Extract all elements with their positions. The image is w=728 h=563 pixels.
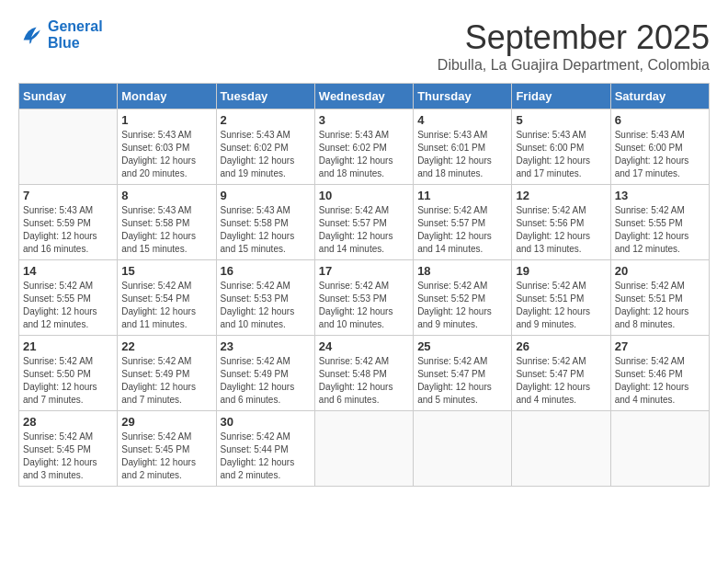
calendar-cell: 8Sunrise: 5:43 AMSunset: 5:58 PMDaylight… bbox=[118, 185, 216, 260]
day-number: 14 bbox=[23, 264, 113, 278]
calendar-cell bbox=[314, 411, 413, 487]
logo-text: General Blue bbox=[48, 18, 103, 52]
day-info: Sunrise: 5:43 AMSunset: 5:58 PMDaylight:… bbox=[221, 204, 311, 256]
day-number: 16 bbox=[221, 264, 311, 278]
calendar-cell: 2Sunrise: 5:43 AMSunset: 6:02 PMDaylight… bbox=[216, 109, 314, 185]
calendar-cell bbox=[19, 109, 118, 185]
day-info: Sunrise: 5:42 AMSunset: 5:45 PMDaylight:… bbox=[121, 431, 211, 482]
calendar-cell: 11Sunrise: 5:42 AMSunset: 5:57 PMDayligh… bbox=[414, 185, 512, 260]
weekday-header: Sunday bbox=[19, 84, 118, 109]
day-number: 8 bbox=[121, 189, 211, 202]
calendar-cell: 27Sunrise: 5:42 AMSunset: 5:46 PMDayligh… bbox=[610, 336, 709, 411]
day-number: 7 bbox=[23, 189, 113, 202]
day-info: Sunrise: 5:42 AMSunset: 5:54 PMDaylight:… bbox=[121, 280, 211, 331]
day-info: Sunrise: 5:42 AMSunset: 5:46 PMDaylight:… bbox=[615, 355, 705, 407]
day-number: 18 bbox=[417, 264, 507, 278]
day-number: 22 bbox=[121, 339, 211, 353]
calendar-cell: 21Sunrise: 5:42 AMSunset: 5:50 PMDayligh… bbox=[19, 336, 118, 411]
day-number: 29 bbox=[121, 415, 211, 429]
weekday-header: Wednesday bbox=[314, 84, 413, 109]
calendar-cell: 7Sunrise: 5:43 AMSunset: 5:59 PMDaylight… bbox=[19, 185, 118, 260]
weekday-header: Monday bbox=[118, 84, 216, 109]
calendar-cell: 23Sunrise: 5:42 AMSunset: 5:49 PMDayligh… bbox=[216, 336, 314, 411]
calendar-cell bbox=[610, 411, 709, 487]
calendar-cell: 16Sunrise: 5:42 AMSunset: 5:53 PMDayligh… bbox=[216, 260, 314, 336]
calendar-cell: 3Sunrise: 5:43 AMSunset: 6:02 PMDaylight… bbox=[314, 109, 413, 185]
calendar-cell: 25Sunrise: 5:42 AMSunset: 5:47 PMDayligh… bbox=[414, 336, 512, 411]
calendar-week-row: 7Sunrise: 5:43 AMSunset: 5:59 PMDaylight… bbox=[19, 185, 710, 260]
day-info: Sunrise: 5:42 AMSunset: 5:56 PMDaylight:… bbox=[516, 204, 606, 256]
calendar-table: SundayMondayTuesdayWednesdayThursdayFrid… bbox=[18, 83, 710, 487]
calendar-cell: 30Sunrise: 5:42 AMSunset: 5:44 PMDayligh… bbox=[216, 411, 314, 487]
day-info: Sunrise: 5:43 AMSunset: 5:59 PMDaylight:… bbox=[23, 204, 113, 256]
day-info: Sunrise: 5:42 AMSunset: 5:51 PMDaylight:… bbox=[516, 280, 606, 331]
day-number: 19 bbox=[516, 264, 606, 278]
day-number: 21 bbox=[23, 339, 113, 353]
month-title: September 2025 bbox=[438, 18, 710, 57]
day-number: 23 bbox=[221, 339, 311, 353]
day-number: 27 bbox=[615, 339, 705, 353]
calendar-cell: 1Sunrise: 5:43 AMSunset: 6:03 PMDaylight… bbox=[118, 109, 216, 185]
title-section: September 2025 Dibulla, La Guajira Depar… bbox=[438, 18, 710, 74]
calendar-cell: 13Sunrise: 5:42 AMSunset: 5:55 PMDayligh… bbox=[610, 185, 709, 260]
day-info: Sunrise: 5:42 AMSunset: 5:49 PMDaylight:… bbox=[121, 355, 211, 407]
day-number: 26 bbox=[516, 339, 606, 353]
day-number: 28 bbox=[23, 415, 113, 429]
day-number: 5 bbox=[516, 113, 606, 127]
day-info: Sunrise: 5:43 AMSunset: 6:02 PMDaylight:… bbox=[319, 129, 409, 180]
day-number: 15 bbox=[121, 264, 211, 278]
calendar-week-row: 1Sunrise: 5:43 AMSunset: 6:03 PMDaylight… bbox=[19, 109, 710, 185]
calendar-week-row: 28Sunrise: 5:42 AMSunset: 5:45 PMDayligh… bbox=[19, 411, 710, 487]
day-info: Sunrise: 5:42 AMSunset: 5:57 PMDaylight:… bbox=[319, 204, 409, 256]
calendar-cell: 9Sunrise: 5:43 AMSunset: 5:58 PMDaylight… bbox=[216, 185, 314, 260]
calendar-cell: 29Sunrise: 5:42 AMSunset: 5:45 PMDayligh… bbox=[118, 411, 216, 487]
day-info: Sunrise: 5:42 AMSunset: 5:48 PMDaylight:… bbox=[319, 355, 409, 407]
day-number: 20 bbox=[615, 264, 705, 278]
day-number: 6 bbox=[615, 113, 705, 127]
weekday-header: Thursday bbox=[414, 84, 512, 109]
day-number: 25 bbox=[417, 339, 507, 353]
weekday-header: Saturday bbox=[610, 84, 709, 109]
calendar-week-row: 21Sunrise: 5:42 AMSunset: 5:50 PMDayligh… bbox=[19, 336, 710, 411]
calendar-week-row: 14Sunrise: 5:42 AMSunset: 5:55 PMDayligh… bbox=[19, 260, 710, 336]
logo-icon bbox=[18, 22, 44, 48]
calendar-cell: 17Sunrise: 5:42 AMSunset: 5:53 PMDayligh… bbox=[314, 260, 413, 336]
day-number: 4 bbox=[417, 113, 507, 127]
calendar-cell: 22Sunrise: 5:42 AMSunset: 5:49 PMDayligh… bbox=[118, 336, 216, 411]
day-number: 2 bbox=[221, 113, 311, 127]
calendar-cell: 15Sunrise: 5:42 AMSunset: 5:54 PMDayligh… bbox=[118, 260, 216, 336]
day-number: 11 bbox=[417, 189, 507, 202]
calendar-cell: 12Sunrise: 5:42 AMSunset: 5:56 PMDayligh… bbox=[512, 185, 610, 260]
calendar-cell bbox=[512, 411, 610, 487]
day-number: 24 bbox=[319, 339, 409, 353]
day-info: Sunrise: 5:42 AMSunset: 5:57 PMDaylight:… bbox=[417, 204, 507, 256]
day-info: Sunrise: 5:43 AMSunset: 6:01 PMDaylight:… bbox=[417, 129, 507, 180]
day-number: 3 bbox=[319, 113, 409, 127]
day-info: Sunrise: 5:42 AMSunset: 5:55 PMDaylight:… bbox=[23, 280, 113, 331]
calendar-cell bbox=[414, 411, 512, 487]
day-number: 10 bbox=[319, 189, 409, 202]
calendar-cell: 4Sunrise: 5:43 AMSunset: 6:01 PMDaylight… bbox=[414, 109, 512, 185]
calendar-cell: 6Sunrise: 5:43 AMSunset: 6:00 PMDaylight… bbox=[610, 109, 709, 185]
header: General Blue September 2025 Dibulla, La … bbox=[18, 18, 710, 74]
day-info: Sunrise: 5:42 AMSunset: 5:45 PMDaylight:… bbox=[23, 431, 113, 482]
day-info: Sunrise: 5:43 AMSunset: 5:58 PMDaylight:… bbox=[121, 204, 211, 256]
calendar-cell: 20Sunrise: 5:42 AMSunset: 5:51 PMDayligh… bbox=[610, 260, 709, 336]
location-subtitle: Dibulla, La Guajira Department, Colombia bbox=[438, 57, 710, 74]
day-info: Sunrise: 5:42 AMSunset: 5:44 PMDaylight:… bbox=[221, 431, 311, 482]
day-info: Sunrise: 5:42 AMSunset: 5:49 PMDaylight:… bbox=[221, 355, 311, 407]
logo: General Blue bbox=[18, 18, 103, 52]
day-number: 12 bbox=[516, 189, 606, 202]
day-info: Sunrise: 5:42 AMSunset: 5:51 PMDaylight:… bbox=[615, 280, 705, 331]
weekday-header-row: SundayMondayTuesdayWednesdayThursdayFrid… bbox=[19, 84, 710, 109]
day-number: 9 bbox=[221, 189, 311, 202]
day-info: Sunrise: 5:43 AMSunset: 6:00 PMDaylight:… bbox=[615, 129, 705, 180]
calendar-cell: 5Sunrise: 5:43 AMSunset: 6:00 PMDaylight… bbox=[512, 109, 610, 185]
day-number: 1 bbox=[121, 113, 211, 127]
day-info: Sunrise: 5:42 AMSunset: 5:53 PMDaylight:… bbox=[221, 280, 311, 331]
calendar-cell: 24Sunrise: 5:42 AMSunset: 5:48 PMDayligh… bbox=[314, 336, 413, 411]
calendar-cell: 14Sunrise: 5:42 AMSunset: 5:55 PMDayligh… bbox=[19, 260, 118, 336]
day-info: Sunrise: 5:43 AMSunset: 6:02 PMDaylight:… bbox=[221, 129, 311, 180]
calendar-cell: 18Sunrise: 5:42 AMSunset: 5:52 PMDayligh… bbox=[414, 260, 512, 336]
calendar-cell: 26Sunrise: 5:42 AMSunset: 5:47 PMDayligh… bbox=[512, 336, 610, 411]
